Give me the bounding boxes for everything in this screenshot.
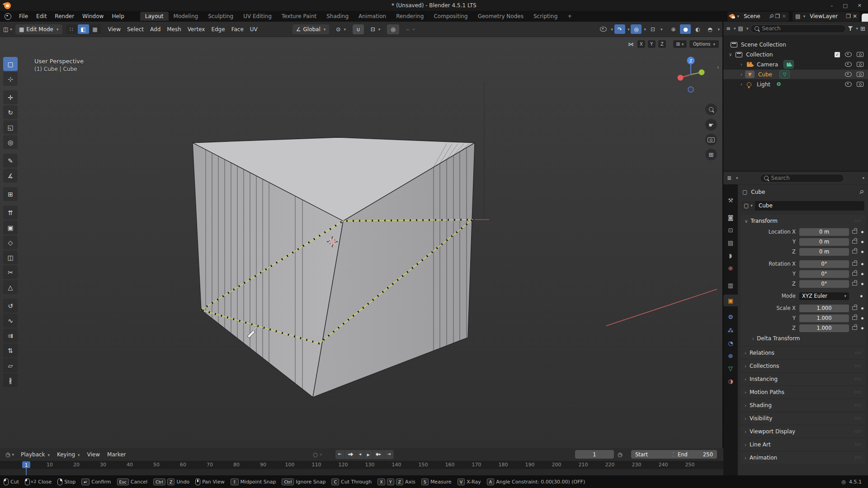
lock-icon[interactable] xyxy=(852,282,857,286)
render-visibility-icon[interactable] xyxy=(857,82,863,87)
sidebar-toggle[interactable]: ‹ xyxy=(717,64,719,70)
menu-edge[interactable]: Edge xyxy=(208,24,228,34)
object-name-field[interactable]: Cube xyxy=(755,202,773,209)
animate-dot[interactable] xyxy=(861,283,863,285)
menu-edit[interactable]: Edit xyxy=(32,12,51,21)
tab-object-data[interactable]: ▽ xyxy=(723,362,738,374)
panel-animation[interactable]: ›Animation∷∷ xyxy=(741,452,865,464)
timeline-ruler[interactable]: 1 1020 3040 5060 7080 90100 110120 13014… xyxy=(0,461,723,469)
tool-rotate[interactable]: ↻ xyxy=(3,105,18,119)
lock-icon[interactable] xyxy=(852,326,857,330)
jump-to-start-button[interactable]: ⇤ xyxy=(335,450,345,459)
shading-rendered-button[interactable]: ◓ xyxy=(704,24,715,34)
jump-to-end-button[interactable]: ⇥ xyxy=(384,450,394,459)
marker-menu[interactable]: Marker xyxy=(104,450,129,460)
workspace-tab-animation[interactable]: Animation xyxy=(354,12,391,21)
snap-with-dropdown[interactable]: ⊡ ▾ xyxy=(367,24,384,34)
animate-dot[interactable] xyxy=(861,231,863,233)
rotation-mode-dropdown[interactable]: XYZ Euler ▾ xyxy=(799,292,849,300)
workspace-tab-modeling[interactable]: Modeling xyxy=(169,12,203,21)
location-z-field[interactable]: 0 m xyxy=(799,248,849,256)
shading-solid-button[interactable]: ● xyxy=(680,24,691,34)
current-frame-field[interactable]: 1 xyxy=(575,450,614,459)
snap-toggle[interactable]: ∪ xyxy=(353,24,364,34)
xray-toggle[interactable]: ⊡ xyxy=(647,24,658,34)
lock-icon[interactable] xyxy=(852,262,857,266)
tool-select-box[interactable]: ▢ xyxy=(3,57,18,71)
blender-menu-icon[interactable] xyxy=(5,13,11,20)
workspace-tab-sculpting[interactable]: Sculpting xyxy=(203,12,238,21)
keying-menu[interactable]: Keying ▾ xyxy=(54,450,83,460)
scene-selector[interactable]: ▾ Scene ⚲ ❐ ✕ xyxy=(727,12,789,21)
outliner-editor-icon[interactable]: ≡ xyxy=(726,25,731,32)
panel-motion-paths[interactable]: ›Motion Paths∷∷ xyxy=(741,386,865,398)
location-x-field[interactable]: 0 m xyxy=(799,228,849,236)
menu-view[interactable]: View xyxy=(105,24,124,34)
menu-uv[interactable]: UV xyxy=(247,24,261,34)
animate-dot[interactable] xyxy=(861,317,863,319)
auto-key-button[interactable]: ○ xyxy=(313,451,317,458)
tool-rip-region[interactable]: ∦ xyxy=(3,373,18,387)
orientation-dropdown[interactable]: ∠ Global ▾ xyxy=(292,24,330,34)
tool-measure[interactable]: ∡ xyxy=(3,169,18,183)
render-visibility-icon[interactable] xyxy=(857,72,863,77)
panel-viewport-display[interactable]: ›Viewport Display∷∷ xyxy=(741,426,865,437)
menu-mesh[interactable]: Mesh xyxy=(164,24,184,34)
new-collection-button[interactable]: ⊞ xyxy=(860,25,865,32)
shading-wireframe-button[interactable]: ⊕ xyxy=(668,24,679,34)
tool-loop-cut[interactable]: ◫ xyxy=(3,250,18,264)
animate-dot[interactable] xyxy=(861,327,863,329)
mode-dropdown[interactable]: ▦ Edit Mode ▾ xyxy=(15,24,62,34)
lock-icon[interactable] xyxy=(852,306,857,310)
tool-shear[interactable]: ▱ xyxy=(3,358,18,372)
location-y-field[interactable]: 0 m xyxy=(799,238,849,246)
view-menu[interactable]: View xyxy=(84,450,103,460)
show-overlays-toggle[interactable]: ◎ xyxy=(631,24,642,34)
panel-visibility[interactable]: ›Visibility∷∷ xyxy=(741,413,865,424)
render-visibility-icon[interactable] xyxy=(857,62,863,67)
menu-add[interactable]: Add xyxy=(147,24,164,34)
tab-material[interactable]: ◑ xyxy=(723,375,738,387)
3d-viewport[interactable]: User Perspective (1) Cube | Cube ⋈ X Y Z… xyxy=(0,37,723,448)
hide-eye-icon[interactable] xyxy=(845,52,852,57)
menu-render[interactable]: Render xyxy=(51,12,78,21)
workspace-tab-uv-editing[interactable]: UV Editing xyxy=(238,12,277,21)
hide-eye-icon[interactable] xyxy=(845,82,852,87)
network-icon[interactable]: ◎ xyxy=(841,479,846,485)
shading-material-button[interactable]: ◐ xyxy=(692,24,703,34)
filter-icon[interactable] xyxy=(848,26,853,31)
animate-dot[interactable] xyxy=(861,241,863,243)
outliner-row-cube[interactable]: › ▼ Cube ▽ xyxy=(723,70,868,79)
tool-scale[interactable]: ◱ xyxy=(3,120,18,134)
playhead-line[interactable] xyxy=(26,468,27,475)
tab-output[interactable]: ⊡ xyxy=(723,224,738,236)
outliner-row-scene-collection[interactable]: Scene Collection xyxy=(723,40,868,49)
animate-dot[interactable] xyxy=(861,263,863,265)
outliner-row-light[interactable]: › Light ❂ xyxy=(723,80,868,89)
tab-object[interactable]: ▣ xyxy=(723,295,738,306)
lock-icon[interactable] xyxy=(852,230,857,234)
workspace-tab-rendering[interactable]: Rendering xyxy=(391,12,429,21)
mirror-z-button[interactable]: Z xyxy=(658,40,666,48)
timeline-editor-icon[interactable]: ◷ ▾ xyxy=(3,451,17,458)
play-reverse-button[interactable]: ◂ xyxy=(356,450,364,459)
face-select-button[interactable]: ▦ xyxy=(90,24,101,34)
pin-icon[interactable]: ⚲ xyxy=(768,13,775,20)
menu-help[interactable]: Help xyxy=(108,12,128,21)
rotation-x-field[interactable]: 0° xyxy=(799,260,849,268)
tab-constraints[interactable]: ⊛ xyxy=(723,350,738,361)
cube-mesh[interactable] xyxy=(193,137,475,397)
add-workspace-button[interactable]: + xyxy=(562,12,577,21)
collapse-icon[interactable]: › xyxy=(741,62,742,67)
tool-edge-slide[interactable]: ⇉ xyxy=(3,328,18,343)
scale-x-field[interactable]: 1.000 xyxy=(799,305,849,312)
hide-eye-icon[interactable] xyxy=(845,62,852,67)
menu-file[interactable]: File xyxy=(15,12,32,21)
previous-keyframe-button[interactable]: ◂◆ xyxy=(345,450,356,459)
camera-view-button[interactable] xyxy=(705,134,717,145)
tab-tool[interactable]: ⚒ xyxy=(723,194,738,206)
tab-view-layer[interactable]: ▤ xyxy=(723,237,738,249)
pan-button[interactable]: ☛ xyxy=(705,119,717,131)
tab-physics[interactable]: ◔ xyxy=(723,337,738,349)
outliner-search-input[interactable]: Search xyxy=(750,24,845,33)
